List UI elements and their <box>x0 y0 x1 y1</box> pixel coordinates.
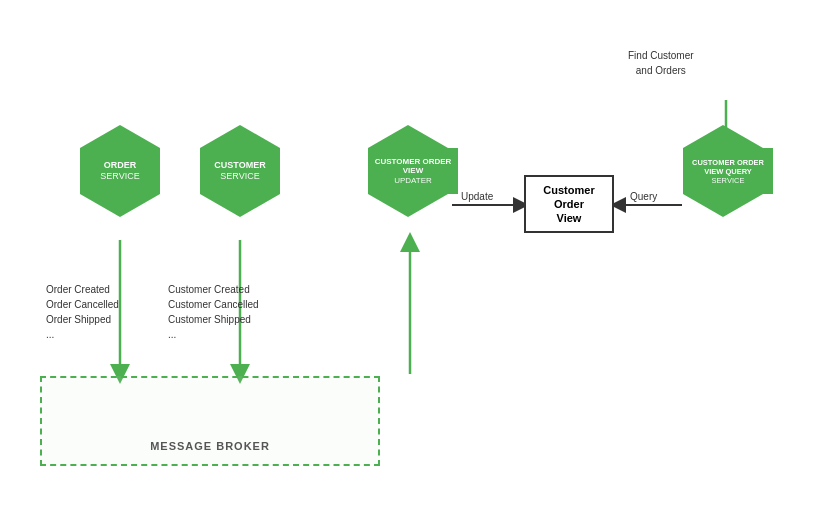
customer-order-view-query-service-label: CUSTOMER ORDER VIEW QUERY SERVICE <box>683 158 773 185</box>
find-customer-orders-text: Find Customer and Orders <box>628 48 694 78</box>
order-events-text: Order Created Order Cancelled Order Ship… <box>46 282 119 342</box>
customer-order-view-query-service-hex: CUSTOMER ORDER VIEW QUERY SERVICE <box>683 148 773 194</box>
customer-order-view-box: Customer Order View <box>524 175 614 233</box>
query-label-text: Query <box>630 190 657 204</box>
diagram-container: ORDER SERVICE CUSTOMER SERVICE CUSTOMER … <box>0 0 840 518</box>
customer-order-view-updater-hex: CUSTOMER ORDER VIEW UPDATER <box>368 148 458 194</box>
customer-service-label: CUSTOMER SERVICE <box>210 160 269 182</box>
customer-order-view-label: Customer Order View <box>543 183 594 226</box>
message-broker-label: MESSAGE BROKER <box>42 440 378 452</box>
update-label-text: Update <box>461 190 493 204</box>
order-service-label: ORDER SERVICE <box>96 160 143 182</box>
customer-service-hex: CUSTOMER SERVICE <box>200 148 280 194</box>
customer-order-view-updater-label: CUSTOMER ORDER VIEW UPDATER <box>368 157 458 186</box>
customer-events-text: Customer Created Customer Cancelled Cust… <box>168 282 259 342</box>
message-broker-box: MESSAGE BROKER <box>40 376 380 466</box>
order-service-hex: ORDER SERVICE <box>80 148 160 194</box>
